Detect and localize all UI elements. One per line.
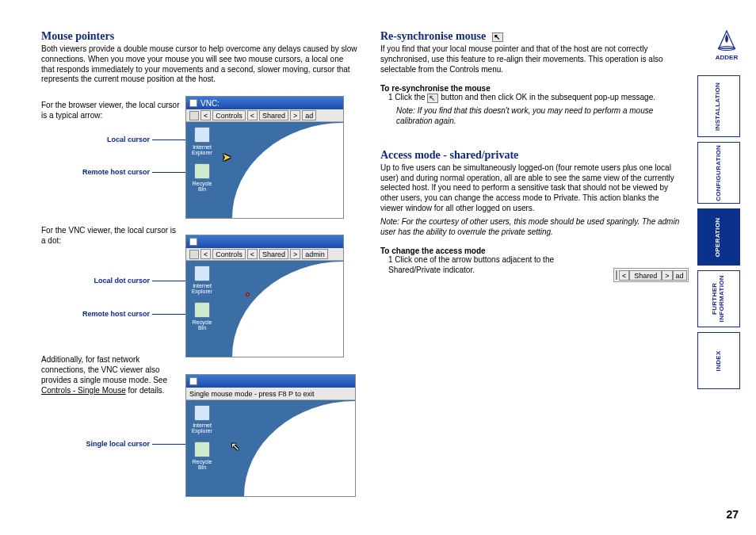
sidebar-tabs: INSTALLATION CONFIGURATION OPERATION FUR… [697, 75, 740, 394]
vnc-viewer-text: For the VNC viewer, the local cursor is … [41, 226, 180, 246]
desktop-icon-recycle: Recycle Bin [189, 302, 215, 331]
single-mouse-bar: Single mouse mode - press F8 P to exit [186, 388, 355, 400]
admin-label: ad [302, 110, 316, 120]
vnc-toolbar: < Controls < Shared > ad [186, 109, 343, 122]
screenshot-browser-viewer: VNC: < Controls < Shared > ad Internet E… [185, 96, 344, 219]
label-local-dot-cursor: Local dot cursor [74, 277, 150, 285]
controls-button[interactable]: Controls [212, 110, 246, 120]
tab-installation[interactable]: INSTALLATION [697, 75, 740, 137]
shared-label: Shared [629, 270, 662, 281]
desktop-icon-recycle: Recycle Bin [189, 163, 215, 192]
screenshot-vnc-viewer: < Controls < Shared > admin Internet Exp… [185, 235, 344, 357]
tab-index[interactable]: INDEX [697, 332, 740, 389]
resync-subhead: To re-synchronise the mouse [380, 84, 682, 93]
single-mouse-pre: Additionally, for fast network connectio… [41, 355, 167, 384]
label-single-local-cursor: Single local cursor [67, 440, 150, 448]
admin-label: admin [302, 249, 328, 259]
shared-button[interactable]: Shared [259, 110, 288, 120]
label-remote-host-cursor: Remote host cursor [65, 168, 150, 176]
tab-further-information[interactable]: FURTHER INFORMATION [697, 270, 740, 327]
adder-logo: ADDER [715, 29, 739, 61]
strip-icon [616, 270, 617, 280]
heading-mouse-pointers: Mouse pointers [41, 30, 358, 43]
tab-operation[interactable]: OPERATION [697, 208, 740, 266]
tab-configuration[interactable]: CONFIGURATION [697, 142, 740, 204]
shared-private-indicator: < Shared > ad [613, 268, 689, 282]
mouse-icon [189, 111, 199, 120]
page-number: 27 [726, 508, 739, 521]
screenshot-single-mouse: Single mouse mode - press F8 P to exit I… [185, 374, 356, 497]
heading-access-mode: Access mode - shared/private [380, 149, 682, 162]
cursor-local-dot-icon [246, 292, 250, 296]
desktop-icon-recycle: Recycle Bin [189, 441, 215, 470]
single-mouse-text: Additionally, for fast network connectio… [41, 355, 180, 396]
resync-body: If you find that your local mouse pointe… [380, 44, 682, 75]
desktop-icon-ie: Internet Explorer [189, 405, 215, 434]
label-remote-host-cursor-2: Remote host cursor [65, 310, 150, 318]
cursor-local-arrow-icon: ➤ [222, 151, 231, 163]
access-subhead: To change the access mode [380, 246, 682, 255]
vnc-window-icon [189, 99, 197, 107]
resync-mouse-icon[interactable] [427, 94, 438, 103]
resync-note: Note: If you find that this doesn't work… [380, 106, 682, 127]
mouse-icon [189, 250, 199, 259]
shared-button[interactable]: Shared [259, 249, 288, 259]
arrow-left-button[interactable]: < [619, 270, 629, 281]
arrow-right-button[interactable]: > [662, 270, 672, 281]
access-body: Up to five users can be simultaneously l… [380, 163, 682, 214]
vnc-window-icon [189, 238, 197, 246]
right-column: Re-synchronise mouse If you find that yo… [380, 30, 682, 276]
resync-step1: 1 Click the button and then click OK in … [380, 93, 682, 103]
controls-button[interactable]: Controls [212, 249, 246, 259]
intro-text: Both viewers provide a double mouse curs… [41, 44, 358, 85]
heading-resync-mouse: Re-synchronise mouse [380, 30, 682, 43]
resync-mouse-icon [492, 32, 503, 42]
access-step1: 1 Click one of the arrow buttons adjacen… [380, 255, 594, 276]
adder-logo-icon [715, 29, 739, 52]
strip-suffix: ad [673, 270, 687, 281]
vnc-window-icon [189, 377, 197, 385]
desktop-icon-ie: Internet Explorer [189, 127, 215, 155]
cursor-single-arrow-icon: ↖ [231, 440, 240, 453]
single-mouse-post: for details. [126, 386, 165, 395]
browser-viewer-text: For the browser viewer, the local cursor… [41, 101, 180, 121]
vnc-title: VNC: [200, 99, 220, 108]
desktop-icon-ie: Internet Explorer [189, 266, 215, 294]
vnc-toolbar-2: < Controls < Shared > admin [186, 248, 343, 261]
label-local-cursor: Local cursor [82, 136, 150, 143]
single-mouse-bar-text: Single mouse mode - press F8 P to exit [189, 390, 314, 398]
controls-single-mouse-link[interactable]: Controls - Single Mouse [41, 386, 126, 395]
access-note: Note: For the courtesy of other users, t… [380, 217, 682, 238]
